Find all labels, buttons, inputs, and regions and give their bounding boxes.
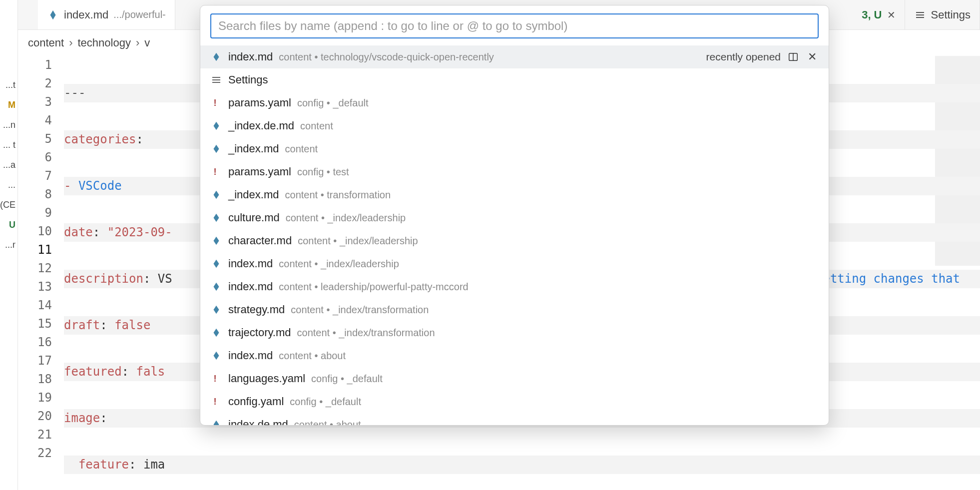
quick-open-item-path: content • about: [279, 350, 346, 362]
close-icon[interactable]: ✕: [887, 9, 896, 21]
breadcrumb-seg[interactable]: content: [28, 36, 64, 49]
quick-open-item[interactable]: index.mdcontent • _index/leadership: [200, 252, 829, 275]
line-number-gutter: 12345678910111213141516171819202122: [18, 56, 64, 490]
svg-text:!: !: [214, 166, 217, 177]
quick-open-item-name: _index.md: [228, 188, 279, 201]
breadcrumb-seg[interactable]: v: [144, 36, 150, 49]
quick-open-input[interactable]: [218, 19, 811, 33]
svg-text:!: !: [214, 373, 217, 384]
quick-open-item[interactable]: strategy.mdcontent • _index/transformati…: [200, 298, 829, 321]
gutter-entry: n...: [0, 115, 17, 135]
quick-open-item[interactable]: character.mdcontent • _index/leadership: [200, 229, 829, 252]
quick-open-item[interactable]: _index.mdcontent • transformation: [200, 183, 829, 206]
quick-open-item-name: params.yaml: [228, 96, 291, 109]
quick-open-item[interactable]: _index.mdcontent: [200, 137, 829, 160]
quick-open-item-path: config • _default: [290, 396, 361, 408]
quick-open-item-name: strategy.md: [228, 303, 285, 316]
tab-index-md[interactable]: index.md .../powerful-: [38, 0, 175, 29]
breadcrumb-seg[interactable]: technology: [78, 36, 131, 49]
markdown-file-icon: [210, 304, 222, 316]
yaml-file-icon: !: [210, 373, 222, 385]
markdown-file-icon: [210, 419, 222, 425]
gutter-entry: U: [0, 215, 17, 235]
quick-open-item[interactable]: !config.yamlconfig • _default: [200, 390, 829, 413]
gutter-entry: a...: [0, 155, 17, 175]
markdown-file-icon: [210, 350, 222, 362]
quick-open-item[interactable]: _index.de.mdcontent: [200, 114, 829, 137]
quick-open-item-name: Settings: [228, 73, 268, 86]
tab-filepath: .../powerful-: [113, 9, 165, 20]
quick-open-item-path: content • _index/leadership: [286, 212, 406, 224]
gutter-entry: CE): [0, 195, 17, 215]
markdown-file-icon: [210, 189, 222, 201]
quick-open-item-path: content: [300, 120, 333, 132]
quick-open-item-path: content • transformation: [285, 189, 391, 201]
quick-open-item-name: character.md: [228, 234, 292, 247]
quick-open-item-path: config • _default: [297, 97, 369, 109]
quick-open-item-name: index.de.md: [228, 418, 288, 425]
yaml-file-icon: !: [210, 396, 222, 408]
gutter-entry: t...: [0, 75, 17, 95]
quick-open-item-path: content • _index/leadership: [279, 258, 399, 270]
quick-open-item-name: culture.md: [228, 211, 280, 224]
quick-open-item-name: languages.yaml: [228, 372, 305, 385]
quick-open-item-path: config • _default: [311, 373, 383, 385]
markdown-file-icon: [47, 9, 59, 21]
tab-settings[interactable]: Settings: [905, 0, 980, 29]
chevron-right-icon: ›: [136, 36, 139, 49]
quick-open-item-path: content • technology/vscode-quick-open-r…: [279, 51, 494, 63]
open-to-side-icon[interactable]: [787, 50, 800, 63]
quick-open-item-name: index.md: [228, 257, 273, 270]
open-editors-gutter: t... M n... t ... a... ... CE) U r...: [0, 0, 18, 490]
tab-filename: index.md: [64, 8, 108, 21]
tab-label: Settings: [931, 8, 971, 21]
quick-open-item[interactable]: index.mdcontent • about: [200, 344, 829, 367]
quick-open-item-path: config • test: [297, 166, 349, 178]
overflow-text: setting changes that: [816, 270, 960, 288]
markdown-file-icon: [210, 258, 222, 270]
gutter-entry: M: [0, 95, 17, 115]
quick-open-item[interactable]: !params.yamlconfig • _default: [200, 91, 829, 114]
quick-open-item[interactable]: index.mdcontent • leadership/powerful-pa…: [200, 275, 829, 298]
quick-open-item[interactable]: Settings: [200, 68, 829, 91]
breadcrumb[interactable]: content › technology › v: [28, 30, 150, 56]
gutter-entry: r...: [0, 235, 17, 255]
close-icon[interactable]: ✕: [806, 50, 819, 63]
markdown-file-icon: [210, 235, 222, 247]
chevron-right-icon: ›: [69, 36, 72, 49]
markdown-file-icon: [210, 327, 222, 339]
tab-status-right[interactable]: 3, U ✕: [853, 0, 905, 29]
quick-open-item[interactable]: !languages.yamlconfig • _default: [200, 367, 829, 390]
markdown-file-icon: [210, 143, 222, 155]
quick-open-item-name: index.md: [228, 280, 273, 293]
gutter-entry: ...: [0, 175, 17, 195]
quick-open-item-path: content • _index/transformation: [297, 327, 435, 339]
gutter-entry: t ...: [0, 135, 17, 155]
quick-open-item-name: _index.de.md: [228, 119, 294, 132]
markdown-file-icon: [210, 120, 222, 132]
quick-open-item-path: content • _index/transformation: [291, 304, 429, 316]
quick-open-item-name: params.yaml: [228, 165, 291, 178]
quick-open-item[interactable]: !params.yamlconfig • test: [200, 160, 829, 183]
quick-open-item[interactable]: index.de.mdcontent • about: [200, 413, 829, 425]
quick-open-item-name: index.md: [228, 50, 273, 63]
quick-open-search[interactable]: [210, 13, 819, 38]
quick-open-item-name: trajectory.md: [228, 326, 291, 339]
quick-open-item-path: content • leadership/powerful-patty-mcco…: [279, 281, 468, 293]
quick-open-item-meta: recently opened: [706, 51, 781, 63]
svg-text:!: !: [214, 97, 217, 108]
quick-open-item[interactable]: culture.mdcontent • _index/leadership: [200, 206, 829, 229]
quick-open-item-path: content • _index/leadership: [298, 235, 418, 247]
quick-open-item-path: content • about: [294, 419, 361, 426]
settings-lines-icon: [914, 9, 926, 21]
quick-open-item[interactable]: index.mdcontent • technology/vscode-quic…: [200, 45, 829, 68]
yaml-file-icon: !: [210, 97, 222, 109]
settings-lines-icon: [210, 74, 222, 86]
svg-text:!: !: [214, 396, 217, 407]
quick-open-item-name: index.md: [228, 349, 273, 362]
quick-open-item[interactable]: trajectory.mdcontent • _index/transforma…: [200, 321, 829, 344]
markdown-file-icon: [210, 51, 222, 63]
markdown-file-icon: [210, 212, 222, 224]
tab-git-status: 3, U: [862, 8, 882, 21]
yaml-file-icon: !: [210, 166, 222, 178]
